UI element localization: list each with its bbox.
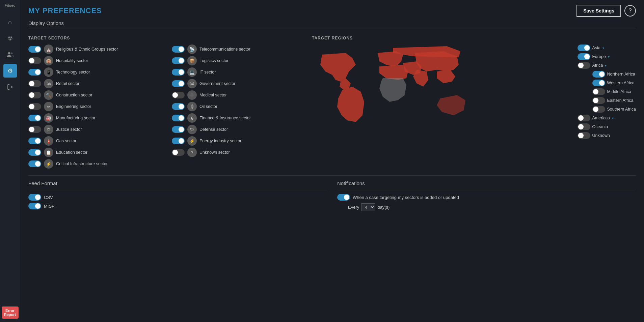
sectors-block: TARGET SECTORS ⛪Religious & Ethnic Group… <box>28 34 305 169</box>
sector-right-5-toggle[interactable] <box>172 103 185 110</box>
sector-name: Logistics sector <box>199 58 229 63</box>
region-4-toggle[interactable] <box>578 123 590 130</box>
region-1-toggle[interactable] <box>578 53 590 60</box>
region-label: Europe <box>592 54 606 59</box>
sector-left-5-toggle[interactable] <box>28 103 41 110</box>
sector-right-4-toggle[interactable] <box>172 92 185 98</box>
sub-region-2-0-toggle[interactable] <box>592 71 605 78</box>
region-3-toggle[interactable] <box>578 115 590 121</box>
sector-row: ⚖Justice sector <box>28 125 162 134</box>
sub-region-label: Northern Africa <box>607 72 635 77</box>
chevron-down-icon[interactable]: ▾ <box>605 64 607 67</box>
chevron-down-icon[interactable]: ▾ <box>602 46 604 50</box>
chevron-down-icon[interactable]: ▾ <box>608 55 610 59</box>
sidebar-item-users[interactable] <box>3 48 17 61</box>
sidebar-brand: Fitsec <box>5 3 16 7</box>
every-days-select[interactable]: 1234567 <box>361 203 375 211</box>
map-area <box>312 45 572 140</box>
region-5-toggle[interactable] <box>578 132 590 139</box>
sub-region-2-2-toggle[interactable] <box>592 88 605 95</box>
sidebar: Fitsec ⌂ ☢ ⚙ ErrorReport <box>0 0 20 322</box>
sub-region-row: Eastern Africa <box>578 97 636 104</box>
sector-left-6-toggle[interactable] <box>28 115 41 121</box>
region-2-toggle[interactable] <box>578 62 590 69</box>
sector-row: 🧯Gas sector <box>28 136 162 146</box>
sector-col-left: ⛪Religious & Ethnic Groups sector🏨Hospit… <box>28 45 162 169</box>
main-content: MY PREFERENCES Save Settings ? Display O… <box>20 0 644 322</box>
sidebar-item-hazard[interactable]: ☢ <box>3 32 17 45</box>
sub-region-label: Southern Africa <box>607 107 636 112</box>
sector-left-0-toggle[interactable] <box>28 46 41 53</box>
sector-left-10-toggle[interactable] <box>28 160 41 167</box>
sidebar-item-settings[interactable]: ⚙ <box>3 64 17 78</box>
sector-row: 🏛Government sector <box>172 79 305 88</box>
error-report-button[interactable]: ErrorReport <box>2 306 19 319</box>
notification-toggle-row: When a case targeting my sectors is adde… <box>337 194 636 201</box>
sector-row: 💻IT sector <box>172 67 305 77</box>
sector-row: ?Unknown sector <box>172 148 305 157</box>
format-row: MISP <box>28 203 327 209</box>
sidebar-item-home[interactable]: ⌂ <box>3 16 17 29</box>
sector-name: Education sector <box>56 150 87 155</box>
divider-2 <box>28 175 636 176</box>
sector-icon: 🏨 <box>44 56 53 65</box>
days-label: day(s) <box>377 205 390 210</box>
sidebar-item-logout[interactable] <box>3 80 17 94</box>
sector-left-9-toggle[interactable] <box>28 149 41 156</box>
sector-right-3-toggle[interactable] <box>172 80 185 87</box>
save-settings-button[interactable]: Save Settings <box>576 5 621 17</box>
sector-right-2-toggle[interactable] <box>172 69 185 76</box>
sector-row: €Finance & Insurance sector <box>172 113 305 123</box>
sector-left-3-toggle[interactable] <box>28 80 41 87</box>
sector-name: Construction sector <box>56 93 92 97</box>
sector-icon: 🏭 <box>44 113 53 123</box>
sector-name: Manufacturing sector <box>56 116 96 120</box>
sector-right-1-toggle[interactable] <box>172 57 185 64</box>
region-row: Asia▾ <box>578 45 636 51</box>
sector-row: 📱Technology sector <box>28 67 162 77</box>
sector-icon: ? <box>187 148 197 157</box>
region-label: Africa <box>592 63 603 68</box>
sector-right-0-toggle[interactable] <box>172 46 185 53</box>
sub-region-row: Southern Africa <box>578 106 636 113</box>
feed-format-label: Feed Format <box>28 180 327 186</box>
divider-1 <box>28 29 636 29</box>
format-rows: CSVMISP <box>28 194 327 209</box>
sector-row: 🏭Manufacturing sector <box>28 113 162 123</box>
sector-row: 🛡Defense sector <box>172 125 305 134</box>
region-label: Americas <box>592 116 610 120</box>
format-0-toggle[interactable] <box>28 194 41 201</box>
help-button[interactable]: ? <box>624 5 636 17</box>
region-label: Oceania <box>592 124 608 129</box>
notification-toggle[interactable] <box>337 194 350 201</box>
sub-region-2-4-toggle[interactable] <box>592 106 605 113</box>
sector-row: ✏Engineering sector <box>28 102 162 111</box>
sector-left-7-toggle[interactable] <box>28 126 41 133</box>
sector-right-6-toggle[interactable] <box>172 115 185 121</box>
sector-left-1-toggle[interactable] <box>28 57 41 64</box>
sector-name: Gas sector <box>56 139 76 143</box>
sector-icon: 📦 <box>187 56 197 65</box>
notification-text: When a case targeting my sectors is adde… <box>353 195 459 200</box>
sector-right-8-toggle[interactable] <box>172 138 185 144</box>
sector-name: Medical sector <box>199 93 227 97</box>
sector-left-8-toggle[interactable] <box>28 138 41 144</box>
sector-name: Government sector <box>199 81 235 86</box>
region-0-toggle[interactable] <box>578 45 590 51</box>
region-row: Unknown <box>578 132 636 139</box>
sub-region-2-1-toggle[interactable] <box>592 80 605 86</box>
region-row: Americas▾ <box>578 115 636 121</box>
sector-left-4-toggle[interactable] <box>28 92 41 98</box>
sub-region-2-3-toggle[interactable] <box>592 97 605 104</box>
world-map <box>312 45 474 139</box>
sector-name: Retail sector <box>56 81 79 86</box>
sector-left-2-toggle[interactable] <box>28 69 41 76</box>
format-1-toggle[interactable] <box>28 203 41 209</box>
sector-icon: 🛡 <box>187 125 197 134</box>
sector-right-9-toggle[interactable] <box>172 149 185 156</box>
sector-right-7-toggle[interactable] <box>172 126 185 133</box>
region-row: Africa▾ <box>578 62 636 69</box>
sector-icon: ⚡ <box>44 159 53 169</box>
chevron-down-icon[interactable]: ▾ <box>612 116 614 120</box>
sector-icon: ⚖ <box>44 125 53 134</box>
